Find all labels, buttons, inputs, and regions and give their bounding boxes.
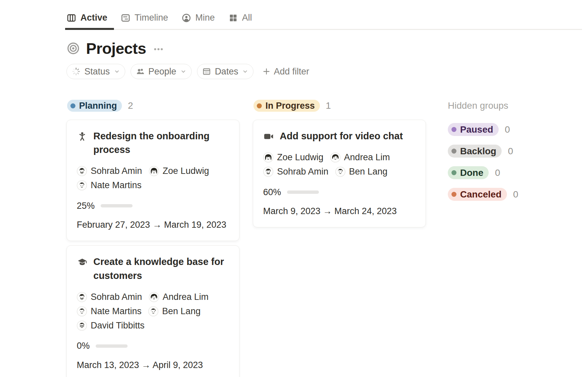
hidden-group-count: 0 bbox=[508, 146, 513, 157]
avatar bbox=[77, 166, 87, 176]
board: Planning 2 Redesign the onboarding proce… bbox=[66, 100, 582, 377]
tab-label: Timeline bbox=[135, 13, 168, 23]
tab-timeline[interactable]: Timeline bbox=[121, 10, 169, 29]
page-title-row: Projects bbox=[66, 38, 582, 59]
person-chip: David Tibbitts bbox=[77, 320, 145, 331]
person-chip: Sohrab Amin bbox=[77, 292, 142, 302]
hidden-group-pill[interactable]: Paused bbox=[448, 123, 499, 136]
card-progress: 0% bbox=[77, 341, 229, 351]
hidden-group-canceled: Canceled 0 bbox=[448, 188, 521, 201]
avatar bbox=[263, 167, 273, 177]
project-card[interactable]: Redesign the onboarding process Sohrab A… bbox=[66, 120, 240, 241]
person-name: Zoe Ludwig bbox=[163, 166, 209, 176]
person-chip: Zoe Ludwig bbox=[149, 166, 209, 176]
hidden-group-count: 0 bbox=[505, 124, 510, 135]
progress-label: 60% bbox=[263, 187, 281, 197]
hidden-groups-panel: Hidden groups Paused 0 Backlog 0 Done 0 … bbox=[448, 100, 521, 209]
status-dot-icon bbox=[257, 103, 262, 108]
chevron-down-icon bbox=[114, 68, 120, 75]
avatar bbox=[77, 306, 87, 316]
person-name: Ben Lang bbox=[162, 306, 201, 316]
avatar bbox=[330, 152, 341, 163]
hidden-group-label: Done bbox=[460, 168, 483, 178]
filter-people[interactable]: People bbox=[131, 64, 192, 79]
person-arms-open-icon bbox=[77, 129, 88, 142]
projects-board-page: Active Timeline Mine All Projects Status… bbox=[0, 0, 588, 377]
hidden-group-label: Paused bbox=[460, 124, 493, 135]
tab-mine[interactable]: Mine bbox=[181, 10, 216, 29]
project-card[interactable]: Create a knowledge base for customers So… bbox=[66, 245, 240, 377]
column-header: Planning 2 bbox=[66, 100, 240, 112]
card-dates: February 27, 2023 → March 19, 2023 bbox=[77, 220, 229, 230]
person-name: David Tibbitts bbox=[91, 320, 145, 331]
person-chip: Sohrab Amin bbox=[77, 166, 142, 176]
filter-dates[interactable]: Dates bbox=[197, 64, 254, 79]
calendar-icon bbox=[202, 67, 211, 76]
add-filter-label: Add filter bbox=[274, 66, 309, 77]
hidden-group-count: 0 bbox=[513, 189, 519, 200]
filter-label: Status bbox=[84, 66, 110, 77]
person-chip: Nate Martins bbox=[77, 306, 142, 316]
hidden-groups-list: Paused 0 Backlog 0 Done 0 Canceled 0 bbox=[448, 123, 521, 201]
person-chip: Andrea Lim bbox=[149, 292, 209, 302]
card-title: Create a knowledge base for customers bbox=[93, 255, 229, 282]
card-progress: 60% bbox=[263, 187, 416, 197]
person-name: Zoe Ludwig bbox=[277, 152, 324, 163]
column-count: 1 bbox=[326, 100, 331, 111]
avatar bbox=[77, 180, 87, 190]
hidden-groups-title: Hidden groups bbox=[448, 100, 521, 111]
tab-all[interactable]: All bbox=[228, 10, 253, 29]
chevron-down-icon bbox=[242, 68, 248, 75]
status-dot-icon bbox=[451, 149, 456, 154]
progress-label: 25% bbox=[77, 201, 95, 211]
hidden-group-pill[interactable]: Backlog bbox=[448, 145, 502, 158]
filter-label: Dates bbox=[215, 66, 239, 77]
card-title: Add support for video chat bbox=[280, 129, 403, 143]
card-progress: 25% bbox=[77, 200, 229, 211]
person-name: Sohrab Amin bbox=[91, 292, 142, 302]
status-pill[interactable]: Planning bbox=[67, 100, 122, 112]
add-filter-button[interactable]: Add filter bbox=[262, 66, 309, 77]
person-name: Andrea Lim bbox=[163, 292, 209, 302]
hidden-group-label: Canceled bbox=[460, 189, 502, 200]
person-name: Sohrab Amin bbox=[91, 166, 142, 176]
hidden-group-count: 0 bbox=[495, 168, 500, 178]
avatar bbox=[148, 306, 158, 316]
column-in-progress: In Progress 1 Add support for video chat… bbox=[253, 100, 426, 227]
hidden-group-pill[interactable]: Canceled bbox=[448, 188, 507, 201]
chevron-down-icon bbox=[180, 68, 187, 75]
status-dot-icon bbox=[451, 170, 456, 175]
filter-label: People bbox=[148, 66, 176, 77]
person-chip: Ben Lang bbox=[148, 306, 201, 316]
person-name: Ben Lang bbox=[349, 167, 388, 177]
dots-menu-icon[interactable] bbox=[153, 44, 164, 55]
person-chip: Andrea Lim bbox=[330, 152, 390, 163]
avatar bbox=[77, 320, 87, 331]
timeline-icon bbox=[121, 13, 131, 23]
person-name: Nate Martins bbox=[91, 306, 142, 316]
status-pill[interactable]: In Progress bbox=[253, 100, 320, 112]
video-camera-icon bbox=[263, 129, 274, 142]
progress-label: 0% bbox=[77, 341, 90, 351]
avatar bbox=[77, 292, 87, 302]
board-icon bbox=[66, 13, 76, 23]
person-chip: Sohrab Amin bbox=[263, 167, 329, 177]
avatar bbox=[263, 152, 273, 163]
column-planning: Planning 2 Redesign the onboarding proce… bbox=[66, 100, 240, 377]
plus-icon bbox=[262, 67, 271, 76]
column-count: 2 bbox=[128, 100, 133, 111]
card-people: Zoe Ludwig Andrea Lim Sohrab Amin Ben La… bbox=[263, 152, 416, 177]
status-dot-icon bbox=[451, 127, 456, 132]
card-dates: March 9, 2023 → March 24, 2023 bbox=[263, 206, 416, 216]
card-title: Redesign the onboarding process bbox=[93, 129, 229, 157]
tab-active[interactable]: Active bbox=[66, 10, 109, 29]
status-spinner-icon bbox=[71, 67, 81, 76]
card-people: Sohrab Amin Zoe Ludwig Nate Martins bbox=[77, 166, 229, 190]
filter-status[interactable]: Status bbox=[66, 64, 125, 79]
graduation-cap-icon bbox=[77, 255, 88, 268]
person-chip: Ben Lang bbox=[335, 167, 388, 177]
page-title: Projects bbox=[86, 39, 146, 58]
progress-bar bbox=[96, 344, 128, 348]
project-card[interactable]: Add support for video chat Zoe Ludwig An… bbox=[253, 120, 426, 227]
hidden-group-pill[interactable]: Done bbox=[448, 166, 489, 179]
